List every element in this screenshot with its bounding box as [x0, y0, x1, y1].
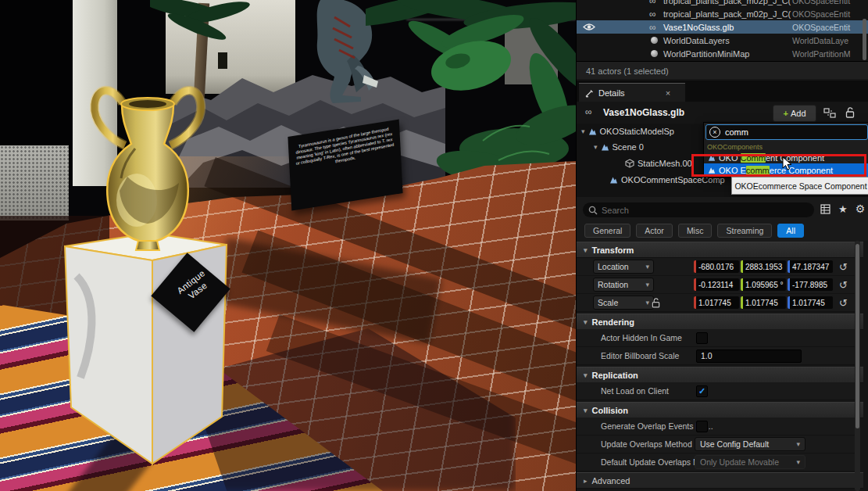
filter-general[interactable]: General: [584, 224, 630, 238]
section-transform[interactable]: ▾ Transform: [577, 242, 863, 258]
chevron-down-icon: ▾: [645, 263, 649, 271]
location-x-field[interactable]: -680.0176: [694, 260, 739, 273]
add-component-button[interactable]: + Add: [773, 105, 816, 122]
reset-icon[interactable]: ↺: [839, 279, 848, 291]
details-icon: [585, 89, 594, 98]
outliner-row[interactable]: ∞ tropical_plants_pack_m02p_J_C( OKOSpac…: [577, 0, 868, 7]
net-load-checkbox[interactable]: ✓: [696, 385, 708, 397]
world-icon: [651, 50, 658, 57]
row-location: Location ▾ -680.0176 2883.1953 47.187347…: [577, 258, 856, 276]
rotation-z-field[interactable]: -177.8985: [788, 278, 833, 291]
dropdown-value: Use Config Default: [700, 439, 769, 449]
caret-down-icon[interactable]: ▾: [581, 127, 585, 135]
tab-details[interactable]: Details ×: [579, 83, 685, 102]
close-icon[interactable]: ×: [666, 88, 670, 98]
eye-icon[interactable]: [583, 23, 595, 31]
outliner-footer: 41 actors (1 selected): [577, 61, 868, 79]
unlock-icon[interactable]: [845, 106, 855, 118]
property-label: Net Load on Client: [601, 386, 669, 396]
outliner-row[interactable]: ∞ tropical_plants_pack_m02p_J_C( OKOSpac…: [577, 7, 868, 20]
actor-hidden-checkbox[interactable]: [696, 332, 708, 344]
reset-icon[interactable]: ↺: [839, 261, 848, 273]
actor-type: WorldPartitionM: [792, 49, 851, 59]
filter-actor[interactable]: Actor: [636, 224, 673, 238]
tooltip-text: OKOEcommerce Space Component: [734, 181, 866, 191]
outliner-scrollbar[interactable]: [863, 19, 866, 60]
scale-lock-icon[interactable]: [652, 297, 660, 308]
browse-icon[interactable]: [823, 108, 836, 118]
dropdown-value: Only Update Movable: [700, 457, 779, 467]
generate-overlap-checkbox[interactable]: [696, 421, 708, 432]
dropdown-category: OKOComponents: [704, 142, 868, 152]
scale-x-field[interactable]: 1.017745: [694, 296, 739, 309]
tree-row-root[interactable]: ▾ OKOStaticModelSp: [581, 127, 674, 136]
component-search-input[interactable]: × comm: [705, 124, 868, 140]
section-replication[interactable]: ▾ Replication: [577, 367, 863, 383]
golden-vase[interactable]: [80, 83, 215, 256]
value: 47.187347: [790, 263, 829, 271]
outliner-row-selected[interactable]: ∞ Vase1NoGlass.glb OKOSpaceEntit: [577, 20, 868, 34]
caret-down-icon[interactable]: ▾: [594, 143, 598, 151]
display-grid-icon[interactable]: [820, 204, 830, 214]
location-z-field[interactable]: 47.187347: [788, 260, 833, 273]
reset-icon[interactable]: ↺: [839, 297, 848, 309]
granite-wall: [0, 145, 69, 220]
filter-all[interactable]: All: [777, 224, 804, 238]
component-label: Scene 0: [613, 142, 644, 152]
details-scrollbar[interactable]: [855, 241, 860, 491]
rotation-y-field[interactable]: 1.095965 °: [741, 278, 786, 291]
section-collision[interactable]: ▾ Collision: [577, 402, 863, 418]
property-label: Actor Hidden In Game: [601, 333, 682, 342]
search-icon: [588, 206, 598, 215]
settings-icon[interactable]: ⚙: [855, 202, 866, 215]
actor-name: tropical_plants_pack_m02p_J_C(: [663, 0, 791, 5]
filter-chips: General Actor Misc Streaming All: [584, 224, 804, 238]
clear-search-icon[interactable]: ×: [709, 127, 720, 138]
location-y-field[interactable]: 2883.1953: [741, 260, 786, 273]
chip-label: Misc: [687, 226, 704, 235]
value: 2883.1953: [743, 263, 782, 271]
billboard-scale-input[interactable]: 1.0: [696, 349, 802, 363]
combo-label: Location: [598, 262, 629, 271]
details-search[interactable]: Search: [583, 202, 814, 217]
component-tooltip: OKOEcommerce Space Component: [731, 177, 868, 195]
unreal-editor-window: Tyrannosaurus is a genus of the large th…: [0, 0, 868, 491]
outliner-row[interactable]: WorldDataLayers WorldDataLaye: [577, 34, 868, 47]
chevron-down-icon: ▾: [645, 299, 649, 306]
details-tabstrip: Details ×: [577, 81, 868, 102]
favorites-icon[interactable]: ★: [838, 203, 848, 215]
tree-row-staticmesh[interactable]: StaticMesh.00: [625, 159, 692, 168]
actor-name: Vase1NoGlass.glb: [663, 23, 734, 32]
scale-z-field[interactable]: 1.017745: [788, 296, 833, 309]
scrollbar-thumb[interactable]: [855, 244, 859, 428]
combo-label: Rotation: [598, 280, 628, 289]
filter-misc[interactable]: Misc: [678, 224, 713, 238]
rotation-x-field[interactable]: -0.123114: [694, 278, 739, 291]
row-actor-hidden: Actor Hidden In Game: [577, 329, 856, 347]
scale-y-field[interactable]: 1.017745: [741, 296, 786, 309]
caret-right-icon: ▸: [584, 477, 588, 485]
filter-streaming[interactable]: Streaming: [717, 224, 772, 238]
level-viewport[interactable]: Tyrannosaurus is a genus of the large th…: [0, 0, 576, 491]
actor-type: OKOSpaceEntit: [792, 23, 850, 32]
section-label: Transform: [592, 246, 634, 255]
row-billboard-scale: Editor Billboard Scale 1.0: [577, 347, 856, 365]
actor-name: tropical_plants_pack_m02p_J_C(: [663, 9, 791, 19]
row-scale: Scale ▾ 1.017745 1.017745 1.017745 ↺: [577, 294, 856, 312]
caret-down-icon: ▾: [584, 407, 588, 414]
link-icon: ∞: [649, 0, 656, 5]
value: 1.017745: [790, 299, 825, 307]
location-combo[interactable]: Location ▾: [593, 260, 654, 274]
scale-combo[interactable]: Scale ▾: [593, 296, 654, 310]
wall-frame: [218, 52, 227, 69]
caret-down-icon: ▾: [584, 246, 588, 254]
update-overlaps-dropdown[interactable]: Use Config Default ▾: [695, 437, 805, 451]
section-rendering[interactable]: ▾ Rendering: [577, 314, 863, 330]
section-advanced[interactable]: ▸ Advanced: [577, 472, 863, 489]
outliner-row[interactable]: WorldPartitionMiniMap WorldPartitionM: [577, 47, 868, 60]
section-label: Rendering: [592, 317, 634, 327]
tree-row-scene[interactable]: ▾ Scene 0: [594, 142, 644, 152]
rotation-combo[interactable]: Rotation ▾: [593, 278, 654, 292]
tab-label: Details: [598, 88, 625, 98]
value: -680.0176: [696, 263, 734, 271]
